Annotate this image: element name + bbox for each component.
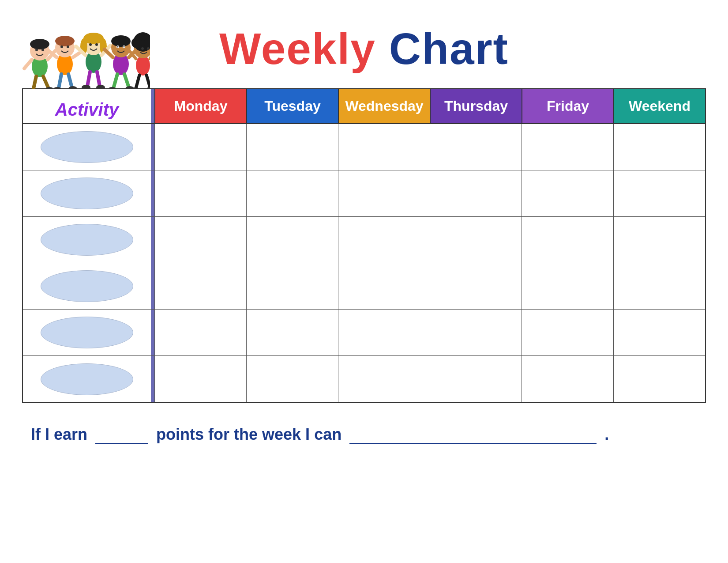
day-header-wednesday: Wednesday <box>338 89 430 123</box>
cell-r2-wednesday <box>338 170 430 216</box>
activity-cell-3 <box>23 217 151 263</box>
cell-r2-friday <box>522 170 613 216</box>
cell-r5-tuesday <box>246 310 338 355</box>
page-title: Weekly Chart <box>219 26 509 71</box>
svg-point-4 <box>41 49 44 51</box>
svg-point-53 <box>141 47 144 50</box>
svg-point-51 <box>131 38 142 48</box>
cell-r1-tuesday <box>246 124 338 170</box>
table-row <box>23 263 705 310</box>
day-header-friday: Friday <box>522 89 613 123</box>
svg-point-13 <box>55 36 75 46</box>
footer-blank-reward <box>349 443 597 444</box>
svg-point-28 <box>95 43 98 46</box>
vertical-divider <box>151 217 154 263</box>
cell-r2-weekend <box>613 170 705 216</box>
activity-label: Activity <box>55 100 119 120</box>
svg-line-7 <box>33 76 36 91</box>
activity-cell-5 <box>23 310 151 355</box>
cell-r1-thursday <box>430 124 522 170</box>
svg-point-40 <box>117 46 119 48</box>
table-row <box>23 170 705 217</box>
activity-cell-6 <box>23 356 151 402</box>
day-header-weekend: Weekend <box>613 89 705 123</box>
activity-cell-1 <box>23 124 151 170</box>
vertical-divider <box>151 124 154 170</box>
svg-point-54 <box>147 47 150 50</box>
cell-r3-weekend <box>613 217 705 263</box>
page-container: Weekly Chart Activity Monday Tuesday Wed… <box>0 0 728 563</box>
svg-line-8 <box>43 76 49 88</box>
cell-r1-weekend <box>613 124 705 170</box>
cell-r2-monday <box>154 170 246 216</box>
svg-point-15 <box>67 45 69 48</box>
svg-point-41 <box>124 46 125 48</box>
cell-r6-weekend <box>613 356 705 402</box>
svg-point-27 <box>89 43 92 46</box>
svg-line-57 <box>136 75 139 88</box>
cell-r4-tuesday <box>246 263 338 309</box>
cell-r1-wednesday <box>338 124 430 170</box>
activity-cell-2 <box>23 170 151 216</box>
kids-illustration <box>22 4 150 93</box>
footer-text: If I earn points for the week I can . <box>31 425 609 443</box>
weekly-chart: Activity Monday Tuesday Wednesday Thursd… <box>22 88 706 403</box>
cell-r3-wednesday <box>338 217 430 263</box>
activity-oval-1 <box>41 131 133 163</box>
svg-line-44 <box>113 74 117 88</box>
cell-r6-tuesday <box>246 356 338 402</box>
svg-point-3 <box>35 49 38 51</box>
svg-line-19 <box>68 74 72 87</box>
table-row <box>23 217 705 263</box>
cell-r4-wednesday <box>338 263 430 309</box>
svg-point-2 <box>30 39 49 49</box>
table-row <box>23 356 705 402</box>
vertical-divider <box>151 356 154 402</box>
footer-text2: points for the week I can <box>156 425 341 443</box>
chart-data-rows <box>23 124 705 402</box>
title-weekly: Weekly <box>219 24 376 73</box>
vertical-divider <box>151 170 154 216</box>
day-header-thursday: Thursday <box>430 89 522 123</box>
cell-r5-wednesday <box>338 310 430 355</box>
footer-blank-points <box>95 443 148 444</box>
svg-line-5 <box>24 60 32 68</box>
cell-r6-thursday <box>430 356 522 402</box>
footer-text1: If I earn <box>31 425 87 443</box>
activity-oval-4 <box>41 270 133 302</box>
footer: If I earn points for the week I can . <box>22 425 706 444</box>
cell-r3-tuesday <box>246 217 338 263</box>
cell-r5-friday <box>522 310 613 355</box>
svg-line-17 <box>73 52 81 57</box>
svg-line-32 <box>97 72 100 86</box>
svg-point-14 <box>60 45 63 48</box>
table-row <box>23 310 705 356</box>
cell-r2-tuesday <box>246 170 338 216</box>
day-header-tuesday: Tuesday <box>246 89 338 123</box>
cell-r3-friday <box>522 217 613 263</box>
activity-oval-5 <box>41 317 133 348</box>
cell-r1-friday <box>522 124 613 170</box>
activity-oval-3 <box>41 224 133 256</box>
chart-header-row: Activity Monday Tuesday Wednesday Thursd… <box>23 89 705 124</box>
activity-oval-6 <box>41 363 133 395</box>
cell-r3-thursday <box>430 217 522 263</box>
cell-r6-wednesday <box>338 356 430 402</box>
cell-r4-monday <box>154 263 246 309</box>
svg-line-18 <box>59 74 61 88</box>
cell-r3-monday <box>154 217 246 263</box>
activity-cell-4 <box>23 263 151 309</box>
cell-r1-monday <box>154 124 246 170</box>
cell-r4-weekend <box>613 263 705 309</box>
cell-r4-thursday <box>430 263 522 309</box>
title-chart: Chart <box>389 24 509 73</box>
vertical-divider <box>151 263 154 309</box>
cell-r5-weekend <box>613 310 705 355</box>
cell-r5-thursday <box>430 310 522 355</box>
svg-line-45 <box>124 74 129 87</box>
day-header-monday: Monday <box>154 89 246 123</box>
svg-point-37 <box>111 35 131 47</box>
activity-header: Activity <box>23 89 151 123</box>
svg-line-58 <box>146 75 150 87</box>
cell-r6-monday <box>154 356 246 402</box>
